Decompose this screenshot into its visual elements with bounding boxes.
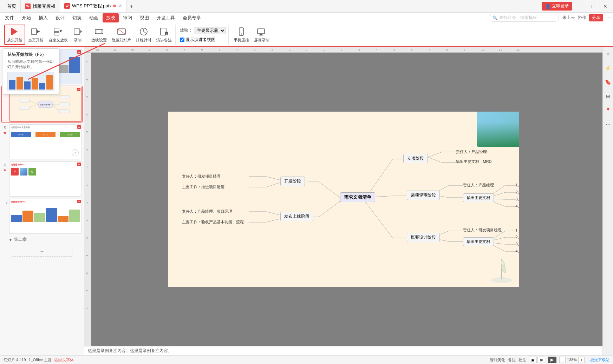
presenter-view-label: 显示演讲者视图 xyxy=(186,37,215,43)
titlebar: 首页 W 找版壳模板 W WPS PPT教程.pptx ✕ + 👤 立即登录 —… xyxy=(0,0,613,13)
svg-text:2: 2 xyxy=(341,48,343,51)
svg-text:-4: -4 xyxy=(86,114,88,116)
minimize-button[interactable]: — xyxy=(575,3,585,10)
login-button[interactable]: 👤 立即登录 xyxy=(542,2,572,11)
menu-devtools[interactable]: 开发工具 xyxy=(153,13,178,22)
svg-line-123 xyxy=(266,212,280,215)
smart-beauty[interactable]: 智能美化 xyxy=(490,357,505,363)
more-btn[interactable]: ⋯ xyxy=(606,14,612,21)
menu-search-box[interactable]: 🔍 查找命令、搜索模板 xyxy=(489,14,559,22)
menu-start[interactable]: 开始 xyxy=(18,13,34,22)
zoom-in-btn[interactable]: + xyxy=(578,357,585,363)
playback-settings-icon xyxy=(94,27,104,37)
close-button[interactable]: ✕ xyxy=(600,3,610,10)
phone-control-button[interactable]: 手机遥控 xyxy=(231,25,251,45)
maximize-button[interactable]: □ xyxy=(588,3,598,10)
svg-line-16 xyxy=(144,32,145,33)
current-page-button[interactable]: 当页开始 xyxy=(26,25,46,45)
titlebar-right: 👤 立即登录 — □ ✕ xyxy=(542,2,610,11)
rehearse-icon xyxy=(139,27,149,37)
tab-doc[interactable]: W WPS PPT教程.pptx ✕ xyxy=(60,0,126,12)
menu-design[interactable]: 设计 xyxy=(52,13,68,22)
from-start-button[interactable]: 从头开始 xyxy=(4,25,25,45)
normal-view-btn[interactable]: ▣ xyxy=(529,357,537,363)
hide-slides-icon xyxy=(117,27,126,37)
search-icon: 🔍 xyxy=(493,15,498,20)
svg-rect-24 xyxy=(259,35,263,35)
playback-settings-button[interactable]: 放映设置 xyxy=(89,25,109,45)
playback-settings-label: 放映设置 xyxy=(91,38,107,43)
menu-view[interactable]: 视图 xyxy=(136,13,152,22)
notes-btn[interactable]: 备注 xyxy=(508,357,516,363)
svg-text:5: 5 xyxy=(393,48,395,51)
svg-marker-8 xyxy=(80,30,82,33)
display-select[interactable]: 主要显示器 xyxy=(194,27,226,34)
menu-insert[interactable]: 插入 xyxy=(35,13,51,22)
svg-text:7: 7 xyxy=(429,48,430,51)
notes-button[interactable]: ♪ 演讲备注 xyxy=(154,25,174,45)
svg-line-121 xyxy=(319,201,340,217)
play-button[interactable]: ▶ xyxy=(548,357,556,363)
cloud-btn[interactable]: 未上云 xyxy=(562,15,575,21)
tooltip-box: 从头开始放映（F5） 从当前演示文稿的第一张幻灯片开始放映。 xyxy=(3,48,59,94)
toolbar-playback-group: 从头开始 当页开始 自定义放映 xyxy=(3,25,86,45)
hide-slides-button[interactable]: 隐藏幻灯片 xyxy=(110,25,133,45)
toolbar: 从头开始 当页开始 自定义放映 xyxy=(0,23,613,47)
menu-transition[interactable]: 切换 xyxy=(69,13,85,22)
tab-template[interactable]: W 找版壳模板 xyxy=(21,0,60,12)
tab-add-btn[interactable]: + xyxy=(126,3,137,9)
menu-member[interactable]: 会员专享 xyxy=(179,13,204,22)
right-icon-2[interactable]: ⚡ xyxy=(604,64,612,72)
menu-file[interactable]: 文件 xyxy=(1,13,18,22)
share-btn[interactable]: 分享 xyxy=(589,14,603,21)
tab-home[interactable]: 首页 xyxy=(3,0,21,12)
slide-thumb-6[interactable]: 6 ★ 这是是举例PPT P G W xyxy=(1,161,83,197)
menubar: 文件 开始 插入 设计 切换 动画 放映 审阅 视图 开发工具 会员专享 🔍 查… xyxy=(0,13,613,23)
grid-view-btn[interactable]: ⊞ xyxy=(537,357,545,363)
right-icon-1[interactable]: ≡ xyxy=(604,50,612,58)
comments-btn[interactable]: 批注 xyxy=(519,357,526,363)
add-slide-button[interactable]: + xyxy=(12,247,72,257)
stage-liixiang: 立项阶段 xyxy=(403,154,428,163)
slide-canvas[interactable]: 需求文档清单 立项阶段 责任人：产品经理 输出主要文档：MRD 需项评审阶段 责… xyxy=(168,112,519,287)
svg-text:1: 1 xyxy=(86,202,88,204)
presenter-view-checkbox[interactable] xyxy=(180,38,184,42)
stage-design: 概要设计阶段 xyxy=(407,233,440,242)
svg-text:-10: -10 xyxy=(130,48,134,51)
right-icon-6[interactable]: ⋯ xyxy=(604,120,612,128)
slide-thumb-7[interactable]: 7 这是是举例PPT W xyxy=(1,198,83,234)
custom-playback-button[interactable]: 自定义放映 xyxy=(46,25,70,45)
right-icon-4[interactable]: ⊞ xyxy=(604,92,612,100)
zoom-controls: − 138% + xyxy=(559,357,585,363)
svg-text:-2: -2 xyxy=(270,48,273,51)
zoom-out-btn[interactable]: − xyxy=(559,357,566,363)
right-icon-3[interactable]: 🔖 xyxy=(604,78,612,86)
svg-line-117 xyxy=(266,177,280,180)
svg-text:-7: -7 xyxy=(86,61,88,63)
menu-playback[interactable]: 放映 xyxy=(103,13,119,22)
record-button[interactable]: 录制 xyxy=(71,25,85,45)
statusbar: 幻灯片 4 / 19 1_Office 主题 匹缺失字体 智能美化 备注 批注 … xyxy=(0,355,613,364)
toolbar-settings-group: 放映设置 隐藏幻灯片 排练计时 xyxy=(88,25,176,45)
rehearse-button[interactable]: 排练计时 xyxy=(134,25,154,45)
dev-item2: 主要工作：推进项目进度 xyxy=(182,184,224,190)
tab-close-btn[interactable]: ✕ xyxy=(119,4,122,8)
right-icon-5[interactable]: 📍 xyxy=(604,106,612,114)
svg-text:2: 2 xyxy=(86,220,88,221)
brand-watermark: 极光下载站 xyxy=(590,357,609,363)
svg-text:-8: -8 xyxy=(165,48,168,51)
svg-text:-1: -1 xyxy=(86,166,88,168)
svg-text:12: 12 xyxy=(516,48,520,51)
collab-btn[interactable]: 协作 xyxy=(578,15,586,21)
svg-text:-3: -3 xyxy=(86,131,88,133)
right-panel: ≡ ⚡ 🔖 ⊞ 📍 ⋯ xyxy=(602,47,613,355)
from-start-label: 从头开始 xyxy=(7,38,22,43)
slide-thumb-5[interactable]: 5 ★ 这是是举样文字内容 第一步 → 第二步 → 第三步 ○ W xyxy=(1,124,83,160)
bottom-note: 这里是举例备注内容，这里是举例备注内容。 xyxy=(84,346,602,355)
svg-point-21 xyxy=(241,34,242,35)
menu-review[interactable]: 审阅 xyxy=(119,13,136,22)
screen-record-button[interactable]: 屏幕录制 xyxy=(252,25,272,45)
design-sub3: 3、项目时间节点 xyxy=(516,241,519,247)
ruler-v-svg: -7 -6 -5 -4 -3 -2 -1 0 1 2 3 4 5 6 7 xyxy=(84,53,91,346)
menu-animation[interactable]: 动画 xyxy=(86,13,102,22)
